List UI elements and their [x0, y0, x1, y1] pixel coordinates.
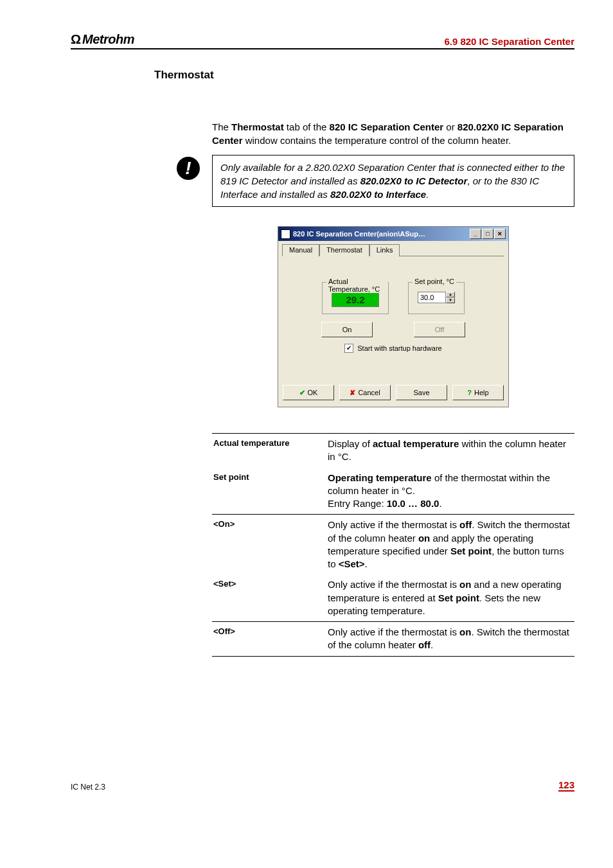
- group-label: Set point, °C: [413, 278, 456, 285]
- table-row: <Off> Only active if the thermostat is o…: [212, 622, 574, 657]
- footer-product: IC Net 2.3: [71, 783, 105, 792]
- header-section-title: 6.9 820 IC Separation Center: [444, 36, 574, 47]
- term-set: <Set>: [212, 574, 326, 621]
- dialog-titlebar[interactable]: 820 IC Separation Center(anion\ASup… _ □…: [278, 227, 508, 241]
- definition: Only active if the thermostat is off. Sw…: [326, 515, 574, 575]
- text: Only active if the thermostat is: [328, 579, 459, 590]
- actual-temperature-group: Actual Temperature, °C 29.2: [322, 282, 389, 314]
- app-icon: [281, 229, 290, 239]
- term-actual-temperature: Actual temperature: [212, 434, 326, 468]
- table-row: <Set> Only active if the thermostat is o…: [212, 574, 574, 621]
- dialog-window: 820 IC Separation Center(anion\ASup… _ □…: [278, 226, 509, 407]
- text-bold: on: [459, 626, 471, 637]
- page-header: Ω Metrohm 6.9 820 IC Separation Center: [71, 32, 574, 49]
- table-row: Set point Operating temperature of the t…: [212, 468, 574, 515]
- text: or: [443, 121, 458, 132]
- note-bold: 820.02X0 to IC Detector: [360, 175, 468, 186]
- text-bold: on: [418, 533, 430, 544]
- table-row: Actual temperature Display of actual tem…: [212, 434, 574, 468]
- x-icon: ✘: [350, 389, 355, 397]
- tab-thermostat[interactable]: Thermostat: [319, 244, 369, 256]
- text-bold: Thermostat: [231, 121, 284, 132]
- text-bold: on: [459, 579, 471, 590]
- button-label: OK: [308, 389, 318, 396]
- tab-strip: Manual Thermostat Links: [282, 244, 504, 256]
- spin-up-icon[interactable]: ▲: [446, 292, 455, 297]
- tab-links[interactable]: Links: [369, 244, 400, 256]
- start-hardware-label: Start with startup hardware: [357, 344, 441, 352]
- text: .: [365, 558, 368, 569]
- close-button[interactable]: ✕: [494, 229, 506, 239]
- logo-text: Metrohm: [82, 32, 134, 47]
- on-button[interactable]: On: [321, 322, 373, 337]
- text-bold: 820 IC Separation Center: [330, 121, 444, 132]
- note-box: ! Only available for a 2.820.02X0 Separa…: [212, 155, 574, 207]
- button-label: Save: [413, 389, 429, 396]
- exclamation-icon: !: [177, 157, 200, 180]
- button-label: Cancel: [358, 389, 380, 396]
- tab-manual[interactable]: Manual: [282, 244, 319, 256]
- button-label: Help: [474, 389, 489, 396]
- text-bold: Operating temperature: [328, 472, 432, 483]
- term-set-point: Set point: [212, 468, 326, 515]
- term-on: <On>: [212, 515, 326, 575]
- section-title: Thermostat: [154, 69, 574, 82]
- text-bold: off: [418, 639, 431, 650]
- note-bold: 820.02X0 to Interface: [330, 189, 426, 200]
- cancel-button[interactable]: ✘Cancel: [339, 385, 391, 400]
- start-hardware-checkbox[interactable]: ✔: [344, 344, 353, 353]
- actual-temperature-display: 29.2: [332, 292, 379, 307]
- text: window contains the temperature control …: [243, 135, 511, 146]
- setpoint-spinner[interactable]: ▲ ▼: [446, 292, 455, 303]
- minimize-button[interactable]: _: [470, 229, 481, 239]
- footer-page-number: 123: [558, 779, 574, 792]
- page-footer: IC Net 2.3 123: [71, 779, 574, 792]
- setpoint-group: Set point, °C ▲ ▼: [408, 282, 465, 314]
- note-text: .: [426, 189, 429, 200]
- text: Display of: [328, 438, 373, 449]
- text-bold: 10.0 … 80.0: [387, 498, 440, 509]
- text-bold: off: [459, 519, 472, 530]
- question-icon: ?: [467, 389, 472, 396]
- group-label: Actual Temperature, °C: [326, 278, 388, 293]
- definitions-table: Actual temperature Display of actual tem…: [212, 433, 574, 657]
- ok-button[interactable]: ✔OK: [283, 385, 334, 400]
- text: Only active if the thermostat is: [328, 626, 459, 637]
- text: Only active if the thermostat is: [328, 519, 459, 530]
- maximize-button[interactable]: □: [482, 229, 493, 239]
- term-off: <Off>: [212, 622, 326, 657]
- setpoint-input[interactable]: [418, 292, 446, 303]
- logo-omega-icon: Ω: [71, 32, 81, 47]
- dialog-title: 820 IC Separation Center(anion\ASup…: [293, 230, 425, 238]
- text: Entry Range:: [328, 498, 387, 509]
- text: The: [212, 121, 231, 132]
- text-bold: Set point: [450, 545, 492, 556]
- definition: Operating temperature of the thermostat …: [326, 468, 574, 515]
- off-button[interactable]: Off: [414, 322, 465, 337]
- help-button[interactable]: ?Help: [452, 385, 504, 400]
- text: .: [439, 498, 441, 509]
- definition: Only active if the thermostat is on and …: [326, 574, 574, 621]
- table-row: <On> Only active if the thermostat is of…: [212, 515, 574, 575]
- definition: Display of actual temperature within the…: [326, 434, 574, 468]
- spin-down-icon[interactable]: ▼: [446, 297, 455, 303]
- definition: Only active if the thermostat is on. Swi…: [326, 622, 574, 657]
- logo: Ω Metrohm: [71, 32, 134, 47]
- text: tab of the: [284, 121, 330, 132]
- text-bold: actual temperature: [373, 438, 459, 449]
- save-button[interactable]: Save: [396, 385, 447, 400]
- text-bold: Set point: [438, 592, 479, 603]
- check-icon: ✔: [299, 389, 305, 397]
- text-bold: <Set>: [339, 558, 365, 569]
- intro-paragraph: The Thermostat tab of the 820 IC Separat…: [212, 120, 574, 147]
- text: .: [431, 639, 433, 650]
